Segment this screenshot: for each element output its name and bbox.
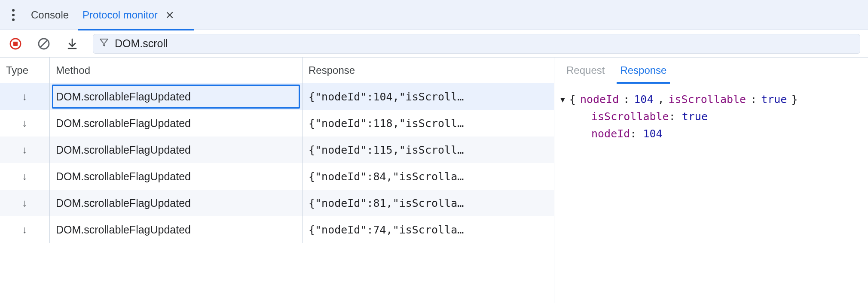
toolbar	[0, 30, 868, 58]
cell-response: {"nodeId":81,"isScrolla…	[303, 190, 554, 216]
svg-rect-1	[13, 42, 18, 46]
svg-line-3	[40, 40, 47, 47]
cell-type: ↓	[0, 83, 50, 110]
cell-type: ↓	[0, 136, 50, 163]
main-panel: Type Method Response ↓ DOM.scrollableFla…	[0, 58, 868, 303]
cell-response: {"nodeId":84,"isScrolla…	[303, 163, 554, 190]
filter-input-container	[93, 34, 860, 54]
tab-label: Console	[31, 9, 69, 21]
save-button[interactable]	[64, 36, 80, 52]
tab-response[interactable]: Response	[620, 58, 666, 83]
cell-method: DOM.scrollableFlagUpdated	[50, 110, 303, 136]
detail-body: ▼ {nodeId: 104, isScrollable: true} isSc…	[554, 83, 868, 303]
cell-type: ↓	[0, 190, 50, 216]
tab-label: Protocol monitor	[83, 9, 158, 21]
table-row[interactable]: ↓ DOM.scrollableFlagUpdated {"nodeId":10…	[0, 83, 554, 110]
tab-request[interactable]: Request	[566, 58, 605, 83]
more-menu-button[interactable]	[8, 6, 19, 24]
tab-bar: Console Protocol monitor	[0, 0, 868, 30]
tree-property[interactable]: isScrollable: true	[560, 108, 862, 125]
filter-icon	[99, 38, 109, 50]
table-row[interactable]: ↓ DOM.scrollableFlagUpdated {"nodeId":84…	[0, 163, 554, 190]
cell-method: DOM.scrollableFlagUpdated	[50, 216, 303, 243]
clear-button[interactable]	[36, 36, 52, 52]
table-body: ↓ DOM.scrollableFlagUpdated {"nodeId":10…	[0, 83, 554, 303]
table-row[interactable]: ↓ DOM.scrollableFlagUpdated {"nodeId":11…	[0, 110, 554, 136]
table-row[interactable]: ↓ DOM.scrollableFlagUpdated {"nodeId":81…	[0, 190, 554, 216]
column-header-type[interactable]: Type	[0, 58, 50, 83]
message-table-panel: Type Method Response ↓ DOM.scrollableFla…	[0, 58, 554, 303]
tab-protocol-monitor[interactable]: Protocol monitor	[81, 0, 176, 30]
cell-response: {"nodeId":74,"isScrolla…	[303, 216, 554, 243]
cell-method: DOM.scrollableFlagUpdated	[50, 83, 303, 110]
record-button[interactable]	[8, 36, 23, 52]
expand-toggle-icon[interactable]: ▼	[560, 94, 565, 106]
close-icon[interactable]	[165, 11, 174, 19]
cell-response: {"nodeId":118,"isScroll…	[303, 110, 554, 136]
cell-type: ↓	[0, 163, 50, 190]
cell-method: DOM.scrollableFlagUpdated	[50, 136, 303, 163]
filter-input[interactable]	[115, 37, 854, 50]
tree-property[interactable]: nodeId: 104	[560, 125, 862, 142]
cell-method: DOM.scrollableFlagUpdated	[50, 190, 303, 216]
cell-response: {"nodeId":104,"isScroll…	[303, 83, 554, 110]
tree-root[interactable]: ▼ {nodeId: 104, isScrollable: true}	[560, 91, 862, 108]
cell-response: {"nodeId":115,"isScroll…	[303, 136, 554, 163]
detail-tab-bar: Request Response	[554, 58, 868, 83]
table-header-row: Type Method Response	[0, 58, 554, 83]
cell-type: ↓	[0, 216, 50, 243]
column-header-method[interactable]: Method	[50, 58, 303, 83]
cell-type: ↓	[0, 110, 50, 136]
detail-panel: Request Response ▼ {nodeId: 104, isScrol…	[554, 58, 868, 303]
table-row[interactable]: ↓ DOM.scrollableFlagUpdated {"nodeId":11…	[0, 136, 554, 163]
cell-method: DOM.scrollableFlagUpdated	[50, 163, 303, 190]
table-row[interactable]: ↓ DOM.scrollableFlagUpdated {"nodeId":74…	[0, 216, 554, 243]
tab-console[interactable]: Console	[29, 0, 70, 30]
column-header-response[interactable]: Response	[303, 58, 554, 83]
